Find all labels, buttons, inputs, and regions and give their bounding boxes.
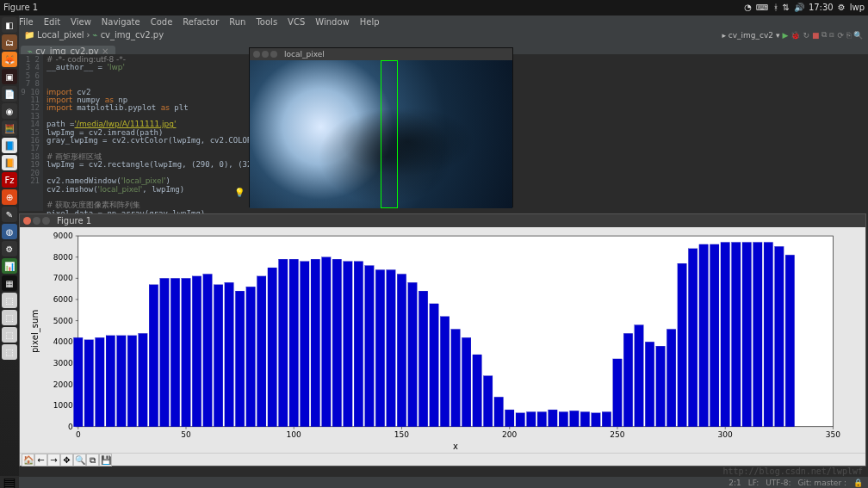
svg-rect-73 bbox=[430, 304, 439, 427]
impress-icon[interactable]: 📙 bbox=[2, 155, 17, 170]
menu-code[interactable]: Code bbox=[151, 17, 173, 27]
svg-rect-92 bbox=[635, 325, 644, 427]
ubuntu-icon[interactable]: ◔ bbox=[744, 0, 752, 15]
svg-rect-89 bbox=[602, 412, 611, 427]
sound-icon[interactable]: 🔊 bbox=[794, 0, 804, 15]
dash-icon[interactable]: ◧ bbox=[2, 17, 17, 33]
svg-rect-52 bbox=[203, 274, 213, 426]
run-config-select[interactable]: ▸ cv_img_cv2 ▾ bbox=[722, 31, 779, 40]
svg-rect-106 bbox=[785, 255, 795, 427]
bluetooth-icon[interactable]: ᚼ bbox=[773, 0, 778, 15]
image-window-title: local_pixel bbox=[284, 50, 325, 59]
menu-run[interactable]: Run bbox=[229, 17, 245, 27]
generic-icon-4[interactable]: ⬚ bbox=[2, 344, 17, 360]
svg-text:5000: 5000 bbox=[53, 317, 73, 325]
lock-icon: 🔒 bbox=[853, 479, 863, 487]
breadcrumb-file[interactable]: cv_img_cv2.py bbox=[101, 30, 164, 40]
tool-icon-4[interactable]: ⎘ bbox=[846, 31, 851, 40]
svg-rect-98 bbox=[699, 244, 709, 427]
files-icon[interactable]: 🗂 bbox=[2, 34, 17, 50]
pan-icon[interactable]: ✥ bbox=[60, 454, 73, 466]
back-icon[interactable]: ← bbox=[34, 454, 47, 466]
rerun-icon[interactable]: ↻ bbox=[803, 31, 809, 40]
network-icon[interactable]: ⇅ bbox=[783, 0, 790, 15]
svg-rect-64 bbox=[332, 259, 342, 427]
ide-icon[interactable]: ◉ bbox=[2, 103, 17, 119]
dot-icon bbox=[253, 51, 260, 58]
max-dot-icon[interactable] bbox=[42, 217, 50, 225]
breadcrumb-project[interactable]: Local_pixel bbox=[37, 30, 84, 40]
figure-titlebar[interactable]: Figure 1 bbox=[20, 214, 865, 227]
gedit-icon[interactable]: ✎ bbox=[2, 207, 17, 222]
menu-edit[interactable]: Edit bbox=[44, 17, 60, 27]
menu-help[interactable]: Help bbox=[360, 17, 380, 27]
settings-icon[interactable]: ⚙ bbox=[2, 241, 17, 256]
svg-rect-84 bbox=[549, 410, 558, 427]
svg-text:pixel_sum: pixel_sum bbox=[30, 310, 40, 353]
debug-icon[interactable]: 🐞 bbox=[790, 31, 800, 40]
pycharm-icon[interactable]: ▦ bbox=[2, 275, 17, 291]
figure-canvas[interactable]: 0100020003000400050006000700080009000050… bbox=[20, 227, 865, 453]
svg-rect-48 bbox=[160, 278, 170, 426]
chevron-right-icon: › bbox=[87, 30, 90, 40]
svg-rect-54 bbox=[225, 282, 234, 427]
status-encoding: UTF-8: bbox=[766, 479, 790, 487]
svg-rect-59 bbox=[278, 259, 288, 427]
bottom-tray-icon[interactable]: ▤ bbox=[0, 476, 19, 488]
svg-rect-44 bbox=[117, 336, 127, 427]
ghex-icon[interactable]: ◍ bbox=[2, 224, 17, 239]
calc-icon[interactable]: 🧮 bbox=[2, 120, 17, 136]
svg-text:4000: 4000 bbox=[53, 337, 73, 346]
menu-navigate[interactable]: Navigate bbox=[102, 17, 140, 27]
menu-view[interactable]: View bbox=[71, 17, 91, 27]
firefox-icon[interactable]: 🦊 bbox=[2, 52, 17, 67]
forward-icon[interactable]: → bbox=[47, 454, 60, 466]
svg-rect-69 bbox=[387, 269, 396, 426]
opencv-image-window[interactable]: local_pixel bbox=[249, 47, 513, 207]
svg-rect-66 bbox=[354, 262, 363, 427]
search-icon[interactable]: 🔍 bbox=[853, 31, 863, 40]
svg-rect-58 bbox=[268, 268, 277, 427]
svg-rect-94 bbox=[656, 346, 666, 427]
menu-refactor[interactable]: Refactor bbox=[183, 17, 219, 27]
min-dot-icon[interactable] bbox=[33, 217, 40, 225]
menu-file[interactable]: File bbox=[19, 17, 34, 27]
generic-icon-3[interactable]: ⬚ bbox=[2, 327, 17, 343]
figure-title: Figure 1 bbox=[57, 216, 91, 225]
svg-text:350: 350 bbox=[826, 430, 841, 439]
monitor-icon[interactable]: 📊 bbox=[2, 258, 17, 274]
keyboard-icon[interactable]: ⌨ bbox=[756, 0, 768, 15]
svg-rect-77 bbox=[473, 355, 482, 427]
run-icon[interactable]: ▶ bbox=[782, 31, 788, 40]
text-icon[interactable]: 📄 bbox=[2, 86, 17, 102]
gear-icon[interactable]: ⚙ bbox=[838, 0, 846, 15]
svg-rect-71 bbox=[408, 282, 418, 427]
menu-window[interactable]: Window bbox=[315, 17, 349, 27]
tool-icon[interactable]: ⧉ bbox=[822, 30, 827, 40]
svg-rect-105 bbox=[775, 246, 784, 426]
image-window-titlebar[interactable]: local_pixel bbox=[250, 48, 512, 60]
user-label[interactable]: lwp bbox=[850, 0, 865, 15]
home-icon[interactable]: 🏠 bbox=[22, 454, 34, 466]
svg-rect-96 bbox=[678, 263, 687, 427]
doc-icon[interactable]: 📘 bbox=[2, 138, 17, 153]
lightbulb-icon[interactable]: 💡 bbox=[234, 188, 245, 197]
tool-icon-3[interactable]: ⟳ bbox=[837, 31, 844, 40]
matplotlib-figure-window[interactable]: Figure 1 0100020003000400050006000700080… bbox=[19, 213, 866, 466]
generic-icon-1[interactable]: ⬚ bbox=[2, 293, 17, 308]
generic-icon-2[interactable]: ⬚ bbox=[2, 310, 17, 325]
tool-icon-2[interactable]: ⧈ bbox=[829, 30, 834, 40]
menu-tools[interactable]: Tools bbox=[256, 17, 277, 27]
zoom-icon[interactable]: 🔍 bbox=[73, 454, 86, 466]
clock[interactable]: 17:30 bbox=[809, 0, 834, 15]
svg-rect-102 bbox=[742, 242, 752, 426]
stop-icon[interactable]: ■ bbox=[812, 31, 820, 40]
menu-vcs[interactable]: VCS bbox=[288, 17, 305, 27]
terminal-icon[interactable]: ▣ bbox=[2, 69, 17, 84]
ubuntu-software-icon[interactable]: ⊕ bbox=[2, 189, 17, 205]
subplots-icon[interactable]: ⧉ bbox=[86, 454, 99, 466]
close-dot-icon[interactable] bbox=[23, 217, 31, 225]
save-icon[interactable]: 💾 bbox=[99, 454, 112, 466]
svg-text:9000: 9000 bbox=[53, 232, 73, 240]
filezilla-icon[interactable]: Fz bbox=[2, 172, 17, 188]
